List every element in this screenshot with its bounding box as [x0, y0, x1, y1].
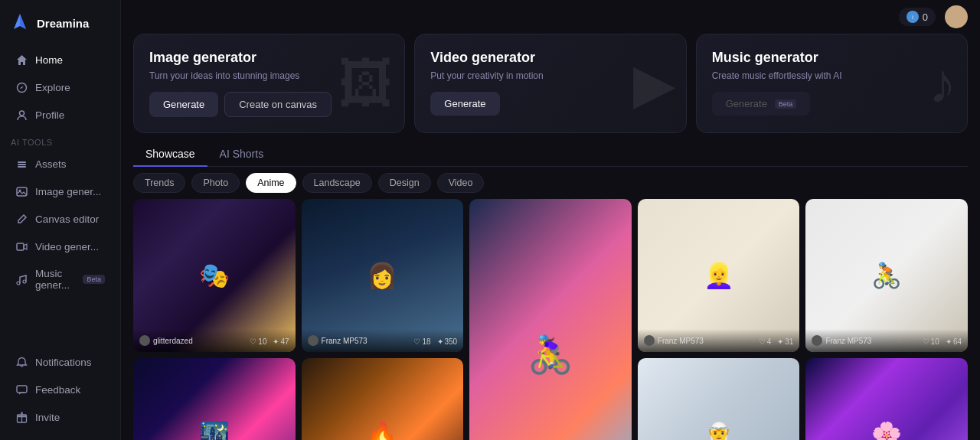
gallery-likes-5: ♡ 10 [923, 337, 939, 346]
topbar: i 0 [121, 0, 980, 34]
gallery-boosts-1: ✦ 47 [273, 337, 289, 346]
gallery-author-1: glitterdazed [139, 335, 193, 346]
filter-anime[interactable]: Anime [246, 173, 296, 193]
gallery-item[interactable]: 🌸 [805, 358, 968, 440]
home-icon [15, 54, 28, 66]
gallery-item[interactable]: 🎭 glitterdazed ♡ 10 ✦ 47 [133, 199, 296, 352]
gallery-stats-1: ♡ 10 ✦ 47 [250, 337, 289, 346]
gallery-item[interactable]: 🚴 Franz MP573 ♡ 10 ✦ 64 [805, 199, 968, 352]
video-icon [15, 240, 28, 253]
gallery: 🎭 glitterdazed ♡ 10 ✦ 47 👩 Franz MP573 [121, 199, 980, 440]
gallery-stats-4: ♡ 4 ✦ 31 [759, 337, 794, 346]
music-gen-generate-button[interactable]: Generate Beta [712, 92, 811, 116]
filter-trends[interactable]: Trends [133, 173, 185, 193]
svg-rect-12 [17, 386, 27, 393]
music-gen-card-beta-badge: Beta [775, 99, 797, 109]
gallery-art-6: 🌃 [133, 358, 296, 440]
sidebar-item-profile[interactable]: Profile [5, 102, 116, 128]
sidebar-item-invite-label: Invite [35, 412, 60, 423]
sidebar-item-canvas-label: Canvas editor [35, 213, 99, 225]
ai-tools-label: AI tools [0, 129, 120, 150]
video-generator-card: ▶ Video generator Put your creativity in… [414, 34, 686, 133]
sidebar: Dreamina Home Explore Profile AI tools [0, 0, 121, 440]
svg-rect-6 [18, 166, 26, 168]
gallery-item[interactable]: 🔥 [302, 358, 464, 440]
gallery-boosts-2: ✦ 350 [437, 337, 458, 346]
gallery-art-8: 🧝 [638, 358, 800, 440]
credits-display[interactable]: i 0 [899, 8, 936, 26]
message-icon [15, 383, 28, 396]
sidebar-item-feedback[interactable]: Feedback [5, 376, 116, 403]
filter-design[interactable]: Design [378, 173, 431, 193]
author-avatar-5 [812, 335, 822, 346]
gallery-likes-4: ♡ 4 [759, 337, 772, 346]
gallery-overlay-5: Franz MP573 ♡ 10 ✦ 64 [805, 329, 968, 352]
avatar[interactable] [945, 5, 968, 28]
sidebar-item-assets[interactable]: Assets [5, 151, 116, 177]
edit-icon [15, 213, 28, 225]
sidebar-item-notifications[interactable]: Notifications [5, 349, 116, 375]
app-name: Dreamina [37, 17, 89, 30]
filter-landscape[interactable]: Landscape [302, 173, 372, 193]
video-gen-title: Video generator [430, 50, 670, 66]
sidebar-item-music-gen-label: Music gener... [35, 268, 72, 291]
bell-icon [15, 356, 28, 368]
sidebar-item-notifications-label: Notifications [35, 357, 92, 368]
image-gen-desc: Turn your ideas into stunning images [149, 70, 389, 81]
main-content: i 0 🖼 Image generator Turn your ideas in… [121, 0, 980, 440]
layers-icon [15, 158, 28, 170]
author-avatar-2 [308, 335, 318, 346]
gallery-item[interactable]: 👱‍♀️ Franz MP573 ♡ 4 ✦ 31 [638, 199, 800, 352]
image-gen-generate-button[interactable]: Generate [149, 92, 218, 117]
logo[interactable]: Dreamina [0, 9, 120, 46]
svg-rect-5 [18, 164, 26, 165]
music-generator-card: ♪ Music generator Create music effortles… [696, 34, 968, 133]
sidebar-item-profile-label: Profile [35, 109, 64, 121]
gallery-likes-2: ♡ 18 [413, 337, 430, 346]
music-gen-desc: Create music effortlessly with AI [712, 70, 952, 81]
svg-point-3 [19, 111, 24, 116]
svg-rect-4 [18, 161, 26, 163]
sidebar-item-feedback-label: Feedback [35, 384, 80, 396]
sidebar-item-canvas[interactable]: Canvas editor [5, 206, 116, 232]
filter-row: Trends Photo Anime Landscape Design Vide… [133, 173, 968, 193]
svg-point-11 [23, 280, 26, 283]
gallery-likes-1: ♡ 10 [250, 337, 266, 346]
sidebar-item-home[interactable]: Home [5, 47, 116, 73]
tabs-area: Showcase AI Shorts Trends Photo Anime La… [121, 142, 980, 199]
svg-point-17 [953, 12, 959, 18]
gallery-item[interactable]: 🧝 [638, 358, 800, 440]
music-icon [15, 273, 28, 285]
sidebar-item-explore[interactable]: Explore [5, 74, 116, 100]
gallery-overlay-4: Franz MP573 ♡ 4 ✦ 31 [638, 329, 800, 352]
image-gen-title: Image generator [149, 50, 389, 66]
gallery-art-9: 🌸 [805, 358, 968, 440]
gallery-item[interactable]: 🌃 [133, 358, 296, 440]
gallery-stats-5: ♡ 10 ✦ 64 [923, 337, 962, 346]
image-gen-canvas-button[interactable]: Create on canvas [224, 92, 332, 117]
sidebar-item-assets-label: Assets [35, 158, 67, 170]
video-gen-generate-button[interactable]: Generate [430, 92, 499, 116]
sidebar-item-music-gen[interactable]: Music gener... Beta [5, 261, 116, 298]
tab-showcase[interactable]: Showcase [133, 142, 207, 167]
gallery-art-7: 🔥 [302, 358, 464, 440]
sidebar-item-image-gen[interactable]: Image gener... [5, 178, 116, 204]
music-gen-title: Music generator [712, 50, 952, 66]
gallery-author-4: Franz MP573 [644, 335, 704, 346]
image-generator-card: 🖼 Image generator Turn your ideas into s… [133, 34, 405, 133]
sidebar-item-home-label: Home [35, 54, 63, 66]
gallery-boosts-5: ✦ 64 [946, 337, 962, 346]
gift-icon [15, 411, 28, 423]
tab-ai-shorts[interactable]: AI Shorts [207, 142, 276, 167]
user-icon [15, 109, 28, 121]
sidebar-item-video-gen[interactable]: Video gener... [5, 233, 116, 259]
gallery-item-tall[interactable]: 🚴‍♀️ [469, 199, 632, 440]
gallery-stats-2: ♡ 18 ✦ 350 [413, 337, 457, 346]
sidebar-item-invite[interactable]: Invite [5, 404, 116, 430]
gallery-art-3: 🚴‍♀️ [469, 199, 632, 440]
gallery-item[interactable]: 👩 Franz MP573 ♡ 18 ✦ 350 [302, 199, 464, 352]
filter-photo[interactable]: Photo [191, 173, 240, 193]
svg-marker-1 [20, 14, 26, 29]
filter-video[interactable]: Video [437, 173, 485, 193]
svg-rect-9 [17, 243, 24, 250]
